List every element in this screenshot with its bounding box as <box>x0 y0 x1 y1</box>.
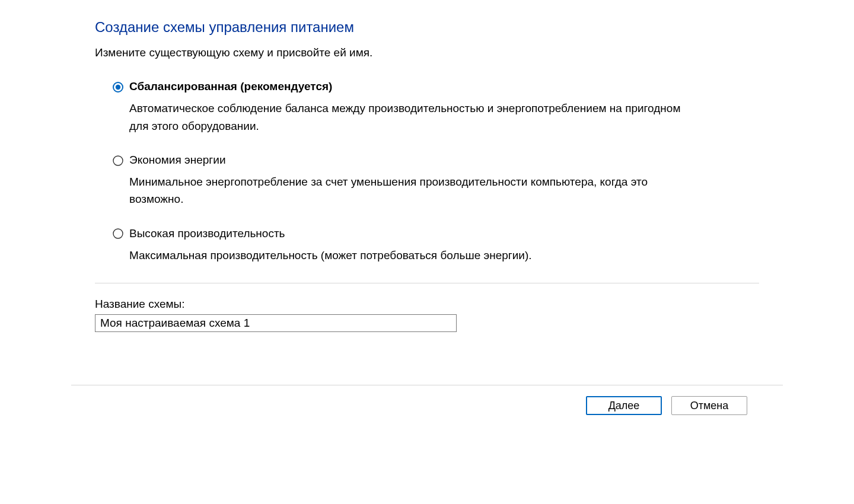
svg-point-1 <box>116 85 120 90</box>
cancel-button[interactable]: Отмена <box>671 396 747 415</box>
radio-power-saver[interactable] <box>113 155 123 166</box>
option-high-performance: Высокая производительность Максимальная … <box>113 227 759 264</box>
instruction-text: Измените существующую схему и присвойте … <box>95 46 759 60</box>
option-power-saver-label[interactable]: Экономия энергии <box>129 154 226 167</box>
option-high-performance-desc: Максимальная производительность (может п… <box>129 247 681 264</box>
radio-high-performance[interactable] <box>113 228 123 239</box>
option-balanced-label[interactable]: Сбалансированная (рекомендуется) <box>129 80 332 94</box>
option-balanced-desc: Автоматическое соблюдение баланса между … <box>129 100 681 135</box>
page-title: Создание схемы управления питанием <box>95 19 759 36</box>
plan-name-input[interactable] <box>95 314 457 332</box>
next-button[interactable]: Далее <box>586 396 662 415</box>
svg-point-3 <box>113 229 123 238</box>
footer-separator <box>71 385 783 385</box>
option-balanced: Сбалансированная (рекомендуется) Автомат… <box>113 80 759 135</box>
separator <box>95 283 759 283</box>
option-power-saver-desc: Минимальное энергопотребление за счет ум… <box>129 173 681 208</box>
svg-point-2 <box>113 156 123 165</box>
radio-balanced[interactable] <box>113 82 123 92</box>
option-power-saver: Экономия энергии Минимальное энергопотре… <box>113 154 759 208</box>
button-row: Далее Отмена <box>71 396 783 415</box>
option-high-performance-label[interactable]: Высокая производительность <box>129 227 285 241</box>
plan-options: Сбалансированная (рекомендуется) Автомат… <box>113 80 759 264</box>
plan-name-label: Название схемы: <box>95 298 759 311</box>
